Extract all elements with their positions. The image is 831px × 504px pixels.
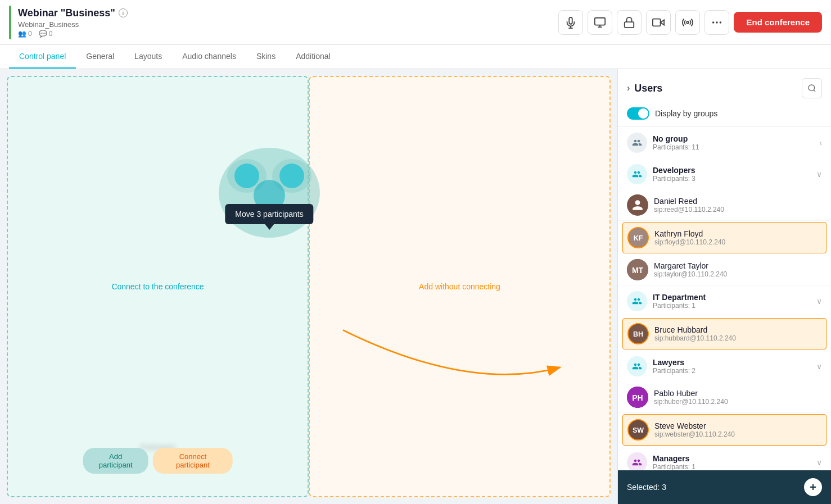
- tab-skins[interactable]: Skins: [246, 45, 286, 69]
- svg-point-11: [720, 21, 722, 24]
- users-header: › Users: [618, 69, 831, 103]
- svg-text:PH: PH: [632, 393, 643, 402]
- kathryn-floyd-sip: sip:floyd@10.110.2.240: [654, 238, 821, 246]
- header-accent: [9, 6, 11, 39]
- end-conference-button[interactable]: End conference: [734, 12, 822, 33]
- lawyers-name: Lawyers: [653, 358, 811, 367]
- svg-marker-6: [661, 20, 664, 25]
- kathryn-floyd-info: Kathryn Floyd sip:floyd@10.110.2.240: [654, 229, 821, 246]
- svg-point-16: [279, 164, 304, 188]
- svg-text:SW: SW: [633, 426, 644, 434]
- managers-participants: Participants: 1: [653, 463, 811, 470]
- svg-rect-2: [595, 17, 605, 25]
- user-item-bruce-hubbard[interactable]: BH Bruce Hubbard sip:hubbard@10.110.2.24…: [622, 318, 827, 349]
- managers-chevron-icon: ∨: [816, 458, 822, 467]
- svg-point-9: [712, 21, 715, 24]
- tab-additional[interactable]: Additional: [286, 45, 341, 69]
- margaret-taylor-name: Margaret Taylor: [654, 261, 822, 270]
- steve-webster-sip: sip:webster@10.110.2.240: [654, 430, 821, 438]
- header-stats: 👥 0 💬 0: [18, 30, 128, 38]
- tab-control-panel[interactable]: Control panel: [9, 45, 76, 69]
- add-selected-button[interactable]: +: [804, 478, 822, 496]
- lock-button[interactable]: [617, 10, 642, 35]
- daniel-reed-sip: sip:reed@10.110.2.240: [654, 206, 822, 214]
- canvas-area: Connect to the conference Participant Ad…: [0, 69, 617, 504]
- users-title-row: › Users: [627, 83, 662, 94]
- steve-webster-avatar: SW: [627, 419, 649, 441]
- svg-point-8: [687, 21, 689, 24]
- connect-label: Connect to the conference: [111, 282, 204, 291]
- add-participant-button[interactable]: Add participant: [83, 448, 148, 474]
- header: Webinar "Business" i Webinar_Business 👥 …: [0, 0, 831, 45]
- managers-info: Managers Participants: 1: [653, 454, 811, 470]
- it-dept-chevron-icon: ∨: [816, 297, 822, 306]
- zone-add[interactable]: Add without connecting: [309, 76, 611, 497]
- daniel-reed-avatar: [627, 194, 648, 216]
- info-icon[interactable]: i: [119, 8, 128, 17]
- lawyers-participants: Participants: 2: [653, 367, 811, 375]
- participants-count: 0: [28, 30, 32, 38]
- developers-icon: [627, 164, 647, 184]
- tab-audio-channels[interactable]: Audio channels: [172, 45, 246, 69]
- more-button[interactable]: [704, 10, 729, 35]
- users-panel: › Users Display by groups No group: [617, 69, 831, 504]
- svg-point-15: [234, 164, 259, 188]
- daniel-reed-name: Daniel Reed: [654, 197, 822, 206]
- it-dept-participants: Participants: 1: [653, 302, 811, 310]
- search-button[interactable]: [802, 78, 822, 98]
- participants-icon: 👥: [18, 30, 26, 38]
- display-groups-toggle[interactable]: [627, 107, 649, 120]
- developers-name: Developers: [653, 166, 811, 175]
- screen-button[interactable]: [588, 10, 612, 35]
- margaret-taylor-info: Margaret Taylor sip:taylor@10.110.2.240: [654, 261, 822, 278]
- steve-webster-info: Steve Webster sip:webster@10.110.2.240: [654, 421, 821, 438]
- group-developers[interactable]: Developers Participants: 3 ∨: [618, 158, 831, 190]
- user-item-kathryn-floyd[interactable]: KF Kathryn Floyd sip:floyd@10.110.2.240: [622, 222, 827, 253]
- microphone-button[interactable]: [558, 10, 583, 35]
- connect-participant-button[interactable]: Connect participant: [153, 448, 233, 474]
- it-dept-info: IT Department Participants: 1: [653, 293, 811, 310]
- kathryn-floyd-name: Kathryn Floyd: [654, 229, 821, 238]
- pablo-huber-sip: sip:huber@10.110.2.240: [654, 398, 822, 406]
- move-tooltip: Move 3 participants: [225, 204, 313, 230]
- user-item-steve-webster[interactable]: SW Steve Webster sip:webster@10.110.2.24…: [622, 414, 827, 446]
- bruce-hubbard-sip: sip:hubbard@10.110.2.240: [654, 334, 821, 342]
- messages-icon: 💬: [39, 30, 47, 38]
- pablo-huber-info: Pablo Huber sip:huber@10.110.2.240: [654, 389, 822, 406]
- center-visual: Move 3 participants: [202, 137, 337, 262]
- tab-general[interactable]: General: [76, 45, 124, 69]
- margaret-taylor-sip: sip:taylor@10.110.2.240: [654, 270, 822, 278]
- broadcast-button[interactable]: [675, 10, 700, 35]
- tab-layouts[interactable]: Layouts: [124, 45, 172, 69]
- chevron-right-icon: ›: [627, 83, 630, 93]
- lawyers-icon: [627, 356, 647, 376]
- group-it-department[interactable]: IT Department Participants: 1 ∨: [618, 285, 831, 317]
- header-left: Webinar "Business" i Webinar_Business 👥 …: [18, 7, 128, 38]
- messages-stat: 💬 0: [39, 30, 53, 38]
- lawyers-chevron-icon: ∨: [816, 362, 822, 371]
- group-lawyers[interactable]: Lawyers Participants: 2 ∨: [618, 351, 831, 382]
- main-area: Connect to the conference Participant Ad…: [0, 69, 831, 504]
- svg-rect-7: [653, 19, 661, 26]
- daniel-reed-info: Daniel Reed sip:reed@10.110.2.240: [654, 197, 822, 214]
- camera-button[interactable]: [646, 10, 671, 35]
- developers-participants: Participants: 3: [653, 175, 811, 183]
- display-groups-row: Display by groups: [618, 103, 831, 127]
- header-title-row: Webinar "Business" i: [18, 7, 128, 19]
- group-no-group[interactable]: No group Participants: 11 ‹: [618, 127, 831, 158]
- svg-rect-5: [625, 22, 634, 28]
- svg-text:MT: MT: [632, 266, 644, 275]
- canvas-bottom-buttons: Add participant Connect participant: [83, 448, 233, 474]
- bruce-hubbard-info: Bruce Hubbard sip:hubbard@10.110.2.240: [654, 325, 821, 342]
- header-controls: End conference: [558, 10, 822, 35]
- group-managers[interactable]: Managers Participants: 1 ∨: [618, 447, 831, 470]
- pablo-huber-name: Pablo Huber: [654, 389, 822, 398]
- svg-point-10: [716, 21, 719, 24]
- managers-icon: [627, 452, 647, 470]
- user-item-pablo-huber[interactable]: PH Pablo Huber sip:huber@10.110.2.240: [618, 382, 831, 413]
- user-item-margaret-taylor[interactable]: MT Margaret Taylor sip:taylor@10.110.2.2…: [618, 255, 831, 285]
- user-item-daniel-reed[interactable]: Daniel Reed sip:reed@10.110.2.240: [618, 190, 831, 221]
- no-group-chevron-icon: ‹: [819, 138, 822, 147]
- kathryn-floyd-avatar: KF: [627, 227, 649, 248]
- bruce-hubbard-avatar: BH: [627, 323, 649, 344]
